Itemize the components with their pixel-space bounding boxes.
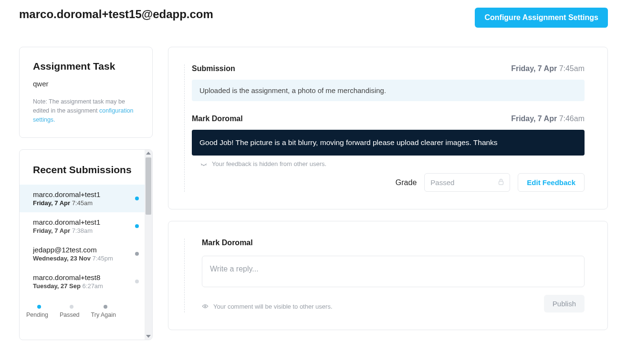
- configure-assignment-settings-button[interactable]: Configure Assignment Settings: [475, 8, 608, 28]
- feedback-hidden-note: Your feedback is hidden from other users…: [200, 160, 585, 167]
- svg-line-0: [201, 165, 202, 166]
- submission-item-date: Friday, 7 Apr 7:38am: [33, 227, 100, 234]
- lock-icon: [498, 178, 504, 187]
- reply-visible-note: Your comment will be visible to other us…: [202, 303, 333, 310]
- assignment-task-card: Assignment Task qwer Note: The assignmen…: [19, 47, 153, 138]
- recent-submissions-scrollbar[interactable]: [145, 150, 152, 340]
- submission-timestamp: Friday, 7 Apr 7:45am: [511, 64, 585, 73]
- submission-thread-card: Submission Friday, 7 Apr 7:45am Uploaded…: [168, 47, 608, 209]
- submission-item-name: marco.doromal+test1: [33, 218, 100, 226]
- edit-feedback-button[interactable]: Edit Feedback: [518, 173, 585, 192]
- svg-point-4: [205, 306, 206, 307]
- grade-value-box: Passed: [424, 173, 510, 192]
- reply-input[interactable]: [202, 256, 585, 287]
- feedback-hidden-text: Your feedback is hidden from other users…: [212, 160, 326, 167]
- feedback-timestamp: Friday, 7 Apr 7:46am: [511, 114, 585, 123]
- passed-dot-icon: [70, 305, 73, 309]
- submission-item-name: marco.doromal+test1: [33, 190, 100, 198]
- assignment-task-value: qwer: [33, 80, 139, 88]
- page-title: marco.doromal+test15@edapp.com: [19, 8, 213, 21]
- pending-dot-icon: [135, 197, 139, 200]
- submission-body: Uploaded is the assignment, a photo of m…: [192, 80, 585, 101]
- reply-card: Mark Doromal Your comment will be visibl…: [168, 221, 608, 330]
- passed-dot-icon: [135, 280, 139, 283]
- submission-item-date: Friday, 7 Apr 7:45am: [33, 199, 100, 207]
- feedback-body: Good Job! The picture is a bit blurry, m…: [192, 130, 585, 156]
- submission-label: Submission: [192, 64, 235, 73]
- pending-dot-icon: [37, 305, 41, 309]
- grade-value: Passed: [430, 178, 454, 187]
- eye-off-icon: [200, 160, 207, 167]
- reply-visible-text: Your comment will be visible to other us…: [213, 303, 333, 310]
- submission-item-date: Wednesday, 23 Nov 7:45pm: [33, 255, 113, 262]
- tryagain-dot-icon: [135, 252, 139, 256]
- legend-passed-label: Passed: [60, 312, 80, 318]
- pending-dot-icon: [135, 224, 139, 228]
- feedback-author: Mark Doromal: [192, 114, 243, 123]
- submission-list-item[interactable]: marco.doromal+test1Friday, 7 Apr 7:45am: [20, 185, 152, 212]
- publish-button[interactable]: Publish: [544, 295, 585, 312]
- submission-item-name: jedapp@12test.com: [33, 246, 113, 254]
- scroll-up-icon[interactable]: [146, 152, 151, 155]
- submission-item-name: marco.doromal+test8: [33, 273, 103, 281]
- assignment-task-heading: Assignment Task: [33, 61, 139, 72]
- eye-icon: [202, 303, 209, 310]
- legend-tryagain-label: Try Again: [91, 312, 116, 318]
- submission-list-item[interactable]: marco.doromal+test8Tuesday, 27 Sep 6:27a…: [20, 268, 152, 295]
- scroll-down-icon[interactable]: [146, 335, 151, 338]
- assignment-task-note: Note: The assignment task may be edited …: [33, 97, 139, 124]
- legend-pending-label: Pending: [26, 312, 48, 318]
- recent-submissions-card: Recent Submissions marco.doromal+test1Fr…: [19, 149, 153, 340]
- svg-line-2: [206, 165, 206, 166]
- submission-list-item[interactable]: marco.doromal+test1Friday, 7 Apr 7:38am: [20, 212, 152, 240]
- grade-label: Grade: [396, 178, 417, 187]
- reply-author: Mark Doromal: [202, 239, 585, 247]
- svg-rect-3: [499, 181, 503, 185]
- recent-submissions-heading: Recent Submissions: [20, 163, 152, 184]
- submission-item-date: Tuesday, 27 Sep 6:27am: [33, 282, 103, 290]
- scroll-thumb[interactable]: [146, 157, 151, 215]
- submission-list-item[interactable]: jedapp@12test.comWednesday, 23 Nov 7:45p…: [20, 240, 152, 268]
- submission-status-legend: Pending Passed Try Again: [20, 295, 152, 321]
- tryagain-dot-icon: [104, 305, 107, 309]
